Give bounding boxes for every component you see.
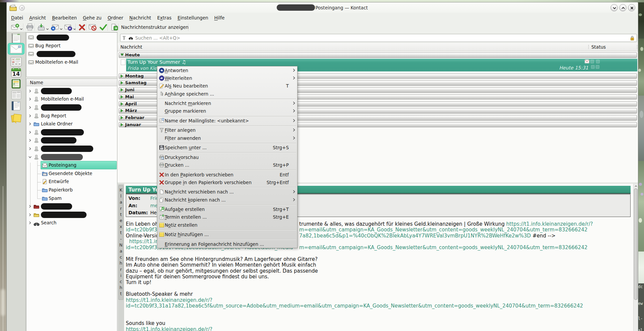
folder-tree-row[interactable]: Mobiltelefon e-Mail: [26, 95, 123, 104]
menubar-item[interactable]: Gehe zu: [80, 14, 105, 22]
column-header-status[interactable]: Status: [591, 44, 606, 50]
context-menu-item[interactable]: Nachricht kopieren nach ...: [157, 196, 298, 204]
tree-expander[interactable]: [29, 213, 32, 216]
context-menu-item[interactable]: Termin erstellen ... Strg+E: [157, 213, 298, 221]
dropdown-chevron-icon[interactable]: [46, 28, 49, 31]
context-menu-item[interactable]: Weiterleiten: [157, 74, 298, 82]
body-link[interactable]: https://t1.info.kleinanzeigen.de/r/?: [126, 297, 212, 303]
context-menu-item[interactable]: Filter anwenden: [157, 134, 298, 142]
group-expander-icon[interactable]: [120, 74, 123, 78]
group-expander-icon[interactable]: [120, 109, 123, 112]
tree-expander[interactable]: [29, 122, 32, 125]
folder-tree-row[interactable]: [26, 211, 123, 219]
group-expander-icon[interactable]: [120, 81, 123, 85]
context-menu-item[interactable]: Gruppe in den Papierkorb verschieben Str…: [157, 179, 298, 186]
header-value[interactable]: me: [150, 203, 158, 208]
search-input[interactable]: Suchen ... <Alt+Q>: [120, 34, 637, 42]
context-menu-item[interactable]: Aufgabe erstellen Strg+T: [157, 206, 298, 213]
tree-expander[interactable]: [29, 90, 32, 93]
close-button[interactable]: [628, 4, 635, 11]
favorite-folder-item[interactable]: [28, 34, 69, 42]
scroll-up-icon[interactable]: [635, 185, 637, 187]
message-list-header[interactable]: Nachricht Status: [117, 43, 638, 51]
group-expander-icon[interactable]: [120, 88, 123, 92]
group-expander-icon[interactable]: [120, 123, 123, 126]
column-divider[interactable]: [637, 45, 637, 49]
context-menu-item[interactable]: Erinnerung an Folgenachricht hinzufügen …: [157, 240, 298, 248]
context-menu-item[interactable]: Druckvorschau: [157, 154, 298, 161]
sidebar-item-summary[interactable]: [8, 33, 24, 43]
context-menu-item[interactable]: Antworten: [157, 67, 298, 74]
mark-spam-button[interactable]: [89, 22, 97, 32]
menubar-item[interactable]: Bearbeiten: [49, 14, 80, 22]
tree-expander[interactable]: [29, 139, 32, 142]
show-structure-button[interactable]: [110, 22, 118, 32]
new-message-button[interactable]: [11, 22, 23, 32]
show-structure-text-button[interactable]: Nachrichtenstruktur anzeigen: [121, 24, 189, 30]
sidebar-item-calendar[interactable]: [8, 67, 24, 77]
tree-expander[interactable]: [29, 156, 32, 159]
dropdown-chevron-icon[interactable]: [20, 28, 23, 31]
filter-icon[interactable]: [122, 36, 126, 40]
tree-expander[interactable]: [29, 131, 32, 134]
context-menu-item[interactable]: Nachricht markieren: [157, 100, 298, 107]
menubar-item[interactable]: Ansicht: [26, 14, 49, 22]
folder-tree-row[interactable]: [26, 128, 123, 137]
body-link[interactable]: m=email&utm_campaign=KA_Goods_Newsletter…: [299, 227, 588, 233]
context-menu-item[interactable]: Notiz erstellen: [157, 221, 298, 229]
context-menu-item[interactable]: Nachricht verschieben nach ...: [157, 188, 298, 196]
group-expander-icon[interactable]: [120, 53, 124, 56]
context-menu-item[interactable]: Anhänge speichern ...: [157, 90, 298, 98]
minimize-button[interactable]: [610, 4, 618, 11]
plaintext-tab[interactable]: Klartext-Nachricht: [118, 185, 123, 300]
lock-icon[interactable]: [630, 36, 634, 41]
tree-expander[interactable]: [29, 205, 32, 208]
sidebar-item-contacts[interactable]: [8, 57, 24, 66]
forward-button[interactable]: [64, 22, 76, 32]
column-header-message[interactable]: Nachricht: [120, 44, 142, 50]
folder-tree-row[interactable]: Lokale Ordner: [26, 120, 123, 128]
archive-button[interactable]: [37, 22, 49, 32]
dropdown-chevron-icon[interactable]: [60, 28, 63, 31]
group-expander-icon[interactable]: [120, 95, 123, 99]
menubar-item[interactable]: Extras: [154, 14, 175, 22]
menubar-item[interactable]: Einstellungen: [174, 14, 211, 22]
context-menu-item[interactable]: In den Papierkorb verschieben Entf: [157, 171, 298, 179]
context-menu-item[interactable]: Drucken ... Strg+P: [157, 161, 298, 169]
tree-expander[interactable]: [29, 221, 32, 224]
folder-tree-row[interactable]: [26, 136, 123, 145]
maximize-button[interactable]: [619, 4, 627, 11]
body-link[interactable]: https://t1.info.kleinanzeigen.de/r/?: [126, 326, 212, 331]
sidebar-item-feeds[interactable]: [8, 90, 24, 99]
folder-tree-row[interactable]: [26, 104, 123, 112]
tree-expander[interactable]: [29, 98, 32, 101]
folder-tree-row[interactable]: [26, 145, 123, 153]
sidebar-item-notes[interactable]: [8, 112, 24, 124]
favorite-folder-item[interactable]: Mobiltelefon e-Mail: [28, 58, 78, 66]
titlebar[interactable]: Posteingang — Kontact: [7, 2, 638, 13]
context-menu-item[interactable]: Als Neu bearbeiten T: [157, 82, 298, 90]
folder-tree-row[interactable]: [26, 153, 123, 162]
tree-expander[interactable]: [29, 106, 32, 109]
folder-tree-row[interactable]: Bug Report: [26, 112, 123, 120]
context-menu-item[interactable]: Notiz hinzufügen ...: [157, 231, 298, 238]
sidebar-item-journal[interactable]: [8, 101, 24, 111]
menubar-item[interactable]: Datei: [8, 14, 26, 22]
delete-button[interactable]: [78, 22, 86, 32]
favorite-folder-item[interactable]: [28, 50, 75, 58]
body-link[interactable]: 7a82,1bea6c5d&p1=%40cObQK%2BlekAbLya4Y7W…: [299, 233, 531, 239]
menubar-item[interactable]: Hilfe: [211, 14, 228, 22]
message-group-header[interactable]: Heute: [119, 52, 637, 58]
scrollbar-thumb[interactable]: [634, 188, 638, 300]
folder-tree-row[interactable]: Search: [26, 219, 123, 227]
folder-tree-row[interactable]: [26, 87, 123, 96]
body-link[interactable]: https://t1.info.kleinanzeigen.de/r/?: [506, 221, 593, 227]
folder-list-header[interactable]: Name: [26, 78, 123, 86]
context-menu-item[interactable]: Filter anlegen: [157, 126, 298, 134]
tree-expander[interactable]: [29, 114, 32, 117]
sidebar-item-todo[interactable]: [8, 78, 24, 89]
mark-ham-button[interactable]: [99, 22, 107, 32]
menubar-item[interactable]: Ordner: [105, 14, 126, 22]
favorite-folder-item[interactable]: Bug Report: [28, 42, 60, 50]
group-expander-icon[interactable]: [120, 102, 123, 106]
